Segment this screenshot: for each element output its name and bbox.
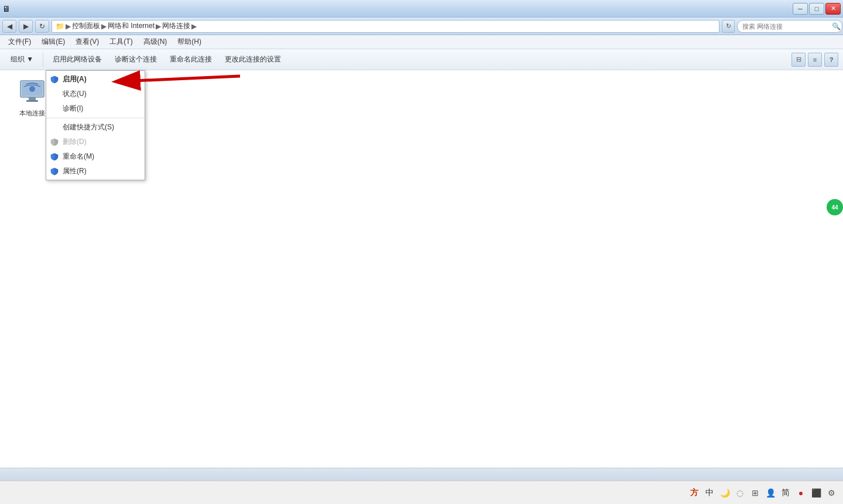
ctx-delete-label: 删除(D)	[63, 137, 87, 147]
ctx-delete[interactable]: 删除(D)	[46, 135, 145, 149]
minimize-button[interactable]: ─	[793, 3, 808, 15]
local-connection-icon	[18, 78, 46, 107]
window-icon: 🖥	[2, 4, 11, 13]
menu-view[interactable]: 查看(V)	[71, 36, 104, 48]
taskbar-icon-zhong[interactable]: 中	[704, 487, 715, 499]
context-menu: 启用(A) 状态(U) 诊断(I) 创建快捷方式(S) 删除(D) 重命名(M)	[46, 70, 145, 180]
enable-network-button[interactable]: 启用此网络设备	[47, 52, 108, 68]
menu-bar: 文件(F) 编辑(E) 查看(V) 工具(T) 高级(N) 帮助(H)	[0, 35, 843, 49]
forward-button[interactable]: ▶	[19, 20, 33, 33]
maximize-button[interactable]: □	[809, 3, 824, 15]
title-bar: 🖥 ─ □ ✕	[0, 0, 843, 18]
ctx-shortcut-label: 创建快捷方式(S)	[63, 122, 114, 132]
status-bar	[0, 468, 843, 481]
taskbar-icon-fang[interactable]: 方	[688, 487, 700, 499]
taskbar: 方 中 🌙 ◌ ⊞ 👤 简 ● ⬛ ⚙	[0, 481, 843, 504]
toolbar-right: ⊟ ≡ ?	[791, 53, 838, 67]
title-bar-left: 🖥	[2, 4, 11, 13]
ctx-diagnose-label: 诊断(I)	[63, 104, 83, 114]
taskbar-icon-grid[interactable]: ⊞	[749, 487, 761, 499]
ctx-status[interactable]: 状态(U)	[46, 87, 145, 101]
ctx-shortcut[interactable]: 创建快捷方式(S)	[46, 120, 145, 135]
menu-file[interactable]: 文件(F)	[4, 36, 36, 48]
menu-tools[interactable]: 工具(T)	[105, 36, 137, 48]
help-button[interactable]: ?	[824, 53, 838, 67]
menu-help[interactable]: 帮助(H)	[173, 36, 206, 48]
svg-point-4	[29, 86, 35, 92]
taskbar-icon-black[interactable]: ⬛	[810, 487, 822, 499]
path-network[interactable]: 网络和 Internet	[108, 21, 155, 31]
ctx-rename[interactable]: 重命名(M)	[46, 149, 145, 164]
green-circle-label: 44	[831, 204, 838, 211]
ctx-delete-shield-icon	[50, 138, 59, 147]
ctx-diagnose[interactable]: 诊断(I)	[46, 101, 145, 116]
path-connections[interactable]: 网络连接	[162, 21, 190, 31]
taskbar-icon-gear[interactable]: ⚙	[825, 487, 837, 499]
view-toggle-button[interactable]: ⊟	[791, 53, 806, 67]
view-details-button[interactable]: ≡	[808, 53, 822, 67]
ctx-properties[interactable]: 属性(R)	[46, 164, 145, 179]
svg-rect-2	[29, 97, 36, 100]
organize-button[interactable]: 组织 ▼	[5, 52, 39, 68]
menu-advanced[interactable]: 高级(N)	[139, 36, 172, 48]
taskbar-icon-person[interactable]: 👤	[765, 487, 776, 499]
close-button[interactable]: ✕	[825, 3, 841, 15]
green-notification-circle[interactable]: 44	[827, 199, 843, 215]
address-path[interactable]: 📁 ▶ 控制面板 ▶ 网络和 Internet ▶ 网络连接 ▶	[52, 20, 719, 33]
toolbar-separator-1	[43, 53, 43, 67]
ctx-enable-label: 启用(A)	[63, 74, 87, 84]
taskbar-icon-moon[interactable]: 🌙	[719, 487, 731, 499]
diagnose-button[interactable]: 诊断这个连接	[109, 52, 163, 68]
taskbar-icon-dot[interactable]: ◌	[734, 487, 746, 499]
rename-button[interactable]: 重命名此连接	[164, 52, 218, 68]
ctx-separator-1	[46, 118, 145, 118]
ctx-rename-label: 重命名(M)	[63, 152, 94, 162]
menu-edit[interactable]: 编辑(E)	[37, 36, 70, 48]
taskbar-icon-red[interactable]: ●	[795, 487, 807, 499]
local-connection-label: 本地连接	[19, 109, 45, 118]
path-controlpanel[interactable]: 控制面板	[72, 21, 100, 31]
change-settings-button[interactable]: 更改此连接的设置	[219, 52, 287, 68]
ctx-properties-label: 属性(R)	[63, 166, 87, 176]
refresh-button[interactable]: ↻	[35, 20, 49, 33]
toolbar: 组织 ▼ 启用此网络设备 诊断这个连接 重命名此连接 更改此连接的设置 ⊟ ≡ …	[0, 49, 843, 70]
folder-icon: 📁	[56, 22, 64, 30]
search-input[interactable]	[737, 20, 842, 33]
taskbar-icon-jian[interactable]: 简	[780, 487, 791, 499]
svg-rect-3	[26, 100, 38, 102]
ctx-rename-shield-icon	[50, 152, 59, 162]
ctx-enable-shield-icon	[50, 75, 59, 84]
title-bar-controls: ─ □ ✕	[793, 3, 841, 15]
ctx-enable[interactable]: 启用(A)	[46, 72, 145, 87]
address-bar: ◀ ▶ ↻ 📁 ▶ 控制面板 ▶ 网络和 Internet ▶ 网络连接 ▶ ↻…	[0, 18, 843, 35]
ctx-properties-shield-icon	[50, 167, 59, 176]
back-button[interactable]: ◀	[2, 20, 16, 33]
ctx-status-label: 状态(U)	[63, 89, 87, 99]
search-icon: 🔍	[832, 22, 841, 30]
address-refresh-button[interactable]: ↻	[722, 20, 735, 33]
